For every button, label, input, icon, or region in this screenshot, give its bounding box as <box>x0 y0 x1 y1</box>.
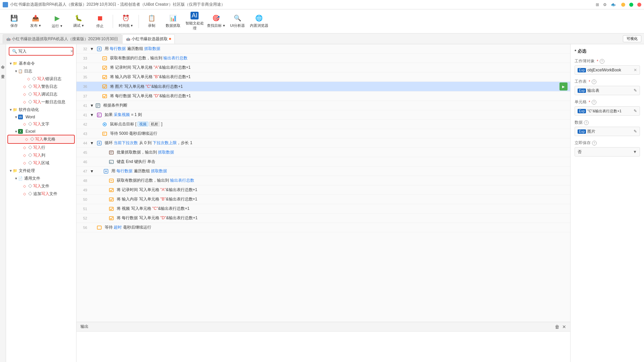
panel-input-data[interactable]: Exp 图片 ✎ <box>575 127 640 136</box>
tree-toggle-file[interactable]: ▼ <box>9 169 13 173</box>
settings-icon[interactable]: ⚙ <box>603 2 607 7</box>
sidebar-item-write-warn-log[interactable]: ◇ ◇ 写入警告日志 <box>6 83 76 90</box>
row-icon-52 <box>109 216 114 221</box>
sidebar-item-write-general-log[interactable]: ◇ ◇ 写入一般日志信息 <box>6 98 76 106</box>
save-button[interactable]: 💾 保存 <box>4 11 24 32</box>
timer-button[interactable]: ⏰ 时间批 ▾ <box>116 11 136 32</box>
tree-toggle-log[interactable]: ▼ <box>14 69 18 73</box>
work-object-help-icon[interactable]: ? <box>600 59 604 64</box>
stop-button[interactable]: ⏹ 停止 <box>90 11 110 32</box>
sidebar-item-software[interactable]: ▼ 📁 软件自动化 <box>6 106 76 114</box>
immediate-save-value: 否 <box>578 149 633 155</box>
excel-icon: X <box>18 129 23 134</box>
tree-toggle-word[interactable]: ▼ <box>14 115 18 119</box>
row-toggle-41[interactable]: ▼ <box>90 113 95 117</box>
row-toggle-47[interactable]: ▼ <box>90 169 95 174</box>
sidebar-item-write-col[interactable]: ◇ ◇ 写入列 <box>6 152 76 159</box>
panel-input-cell[interactable]: Exp "C"&输出表行总数+1 ✎ <box>575 106 640 116</box>
visibility-btn[interactable]: 可视化 <box>623 35 641 42</box>
flow-row-46: 46 kb 键盘 End 键执行 单击 <box>76 157 570 167</box>
work-table-edit-icon[interactable]: ✎ <box>634 88 637 93</box>
find-target-button[interactable]: 🎯 查找目标 ▾ <box>206 11 226 32</box>
work-table-help-icon[interactable]: ? <box>592 79 596 84</box>
panel-input-work-table[interactable]: Exp 输出表 ✎ <box>575 86 640 95</box>
immediate-save-dropdown-icon[interactable]: ▼ <box>633 149 637 154</box>
search-input[interactable] <box>18 49 69 54</box>
write-text-label: ◇ 写入文字 <box>28 121 49 127</box>
close-btn[interactable] <box>637 3 641 7</box>
narrow-btn-2[interactable]: 变量 <box>0 70 6 73</box>
debug-button[interactable]: 🐛 调试 ▾ <box>68 11 89 32</box>
row-toggle-32[interactable]: ▼ <box>90 47 95 51</box>
row-num-52: 52 <box>76 216 90 220</box>
cell-required: * <box>589 100 590 105</box>
tree-toggle-software[interactable]: ▼ <box>9 108 13 112</box>
narrow-btn-1[interactable]: 命令 <box>0 61 6 64</box>
minimize-btn[interactable] <box>621 3 625 7</box>
save-label: 保存 <box>10 23 18 28</box>
sidebar-item-write-range[interactable]: ◇ ◇ 写入区域 <box>6 159 76 167</box>
row-content-33: 获取有数据的行总数，输出到 输出表行总数 <box>110 55 187 61</box>
cell-value: "C"&输出表行总数+1 <box>587 109 634 114</box>
tab-main[interactable]: 🤖 小红书爆款选题抓取RPA机器人（搜索版）2023年10月30日 <box>3 34 122 44</box>
flow-row-56: 56 等待 超时 毫秒后继续运行 <box>76 223 570 232</box>
data-edit-icon[interactable]: ✎ <box>634 129 637 134</box>
search-box: 🔍 ✕ <box>9 47 73 56</box>
title-bar: 小红书爆款选题抓取RPA机器人（搜索版）2023年10月30日 - 流程创造者（… <box>0 0 644 9</box>
row-play-btn-36[interactable]: ▶ <box>559 82 568 90</box>
row-num-48: 48 <box>76 179 90 183</box>
sidebar-item-write-cell[interactable]: ◇ ◇ 写入单元格 <box>7 135 75 144</box>
row-toggle-44[interactable]: ▼ <box>90 141 95 145</box>
row-num-51: 51 <box>76 207 90 211</box>
output-title: 输出 <box>80 324 552 329</box>
ai-icon: AI <box>191 12 198 19</box>
timer-icon: ⏰ <box>122 14 129 22</box>
panel-input-work-object[interactable]: Exp objExcelWorkBook ✕ <box>575 65 640 75</box>
sidebar-item-append-write-file[interactable]: ◇ ◇ 追加写入文件 <box>6 190 76 198</box>
tree-toggle-basic[interactable]: ▼ <box>9 62 13 66</box>
data-help-icon[interactable]: ? <box>584 120 589 125</box>
sidebar-item-word[interactable]: ▼ W Word <box>6 114 76 120</box>
output-close-btn[interactable]: ✕ <box>562 324 566 329</box>
panel-input-immediate-save[interactable]: 否 ▼ <box>575 147 640 157</box>
ai-process-button[interactable]: AI 智能文处处理 <box>184 11 205 32</box>
work-object-close-tag[interactable]: ✕ <box>634 68 637 72</box>
cell-edit-icon[interactable]: ✎ <box>634 109 637 113</box>
sidebar-item-write-row[interactable]: ◇ ◇ 写入行 <box>6 144 76 152</box>
maximize-btn[interactable] <box>629 3 633 7</box>
record-button[interactable]: 📋 录制 <box>142 11 162 32</box>
publish-icon: 📤 <box>32 14 39 22</box>
sidebar-item-file[interactable]: ▼ 📁 文件处理 <box>6 167 76 175</box>
tree-toggle-general-file[interactable]: ▼ <box>14 177 18 181</box>
sidebar-item-general-file[interactable]: ▼ 📄 通用文件 <box>6 175 76 182</box>
general-file-label: 通用文件 <box>24 176 40 181</box>
run-button[interactable]: ▶ 运行 ▾ <box>47 11 67 32</box>
sidebar-item-write-text[interactable]: ◇ ◇ 写入文字 <box>6 120 76 128</box>
search-clear-btn[interactable]: ✕ <box>70 49 73 54</box>
data-capture-button[interactable]: 📊 数据抓取 <box>163 11 183 32</box>
output-clear-btn[interactable]: 🗑 <box>555 324 559 329</box>
row-content-36: 将 图片 写入单元格 "C"&输出表行总数+1 <box>110 84 559 89</box>
sidebar-item-write-debug-log[interactable]: ◇ ◇ 写入调试日志 <box>6 90 76 98</box>
browser-button[interactable]: 🌐 内置浏览器 <box>249 11 269 32</box>
tab-capture[interactable]: 🤖 小红书爆款选题抓取 <box>122 34 175 44</box>
sidebar-item-write-error-log[interactable]: ◇ ◇ 写入错误日志 <box>6 75 76 83</box>
svg-point-14 <box>104 124 105 125</box>
sidebar-item-basic-commands[interactable]: ▼ 📁 基本命令 <box>6 60 76 67</box>
grid-icon[interactable]: ⊞ <box>596 2 599 7</box>
sidebar-item-write-file[interactable]: ◇ ◇ 写入文件 <box>6 182 76 190</box>
immediate-save-help-icon[interactable]: ? <box>592 141 597 145</box>
ui-analyzer-button[interactable]: 🔍 UI分析器 <box>227 11 248 32</box>
sidebar-item-log[interactable]: ▼ 📋 日志 <box>6 67 76 75</box>
row-content-42: 鼠标点击目标 [ 视频 机柜 ] <box>110 121 162 127</box>
tag-edit[interactable]: 机柜 <box>149 122 160 126</box>
flow-row-47: 47 ▼ 用 每行数据 遍历数组 抓取数据 <box>76 167 570 176</box>
sidebar-item-excel[interactable]: ▼ X Excel <box>6 128 76 135</box>
publish-button[interactable]: 📤 发布 ▾ <box>25 11 46 32</box>
svg-rect-29 <box>109 217 113 220</box>
row-toggle-41h[interactable]: ▼ <box>90 103 95 108</box>
fish-icon[interactable]: 🐟 <box>611 2 616 7</box>
flow-canvas[interactable]: 32 ▼ 用 每行数据 遍历数组 抓取数据 33 获取有数据的行总数，输出到 输… <box>76 44 570 322</box>
cell-help-icon[interactable]: ? <box>592 100 596 105</box>
tree-toggle-excel[interactable]: ▼ <box>14 129 18 133</box>
